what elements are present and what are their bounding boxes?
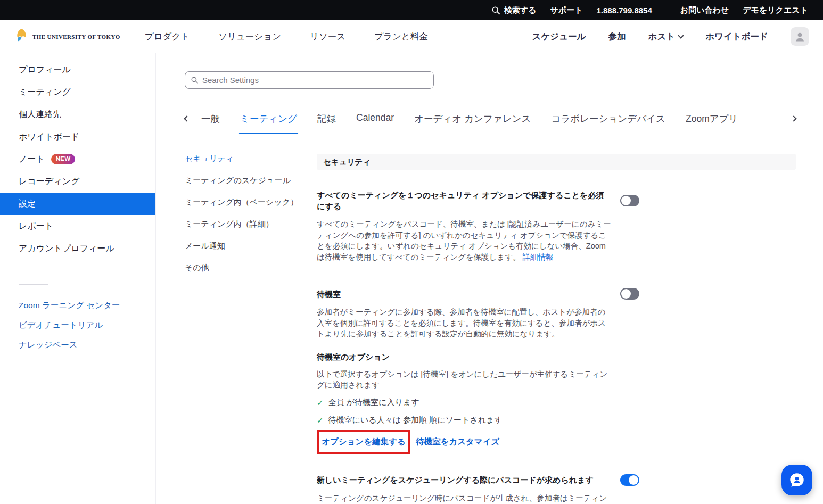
toggle-require-passcode[interactable] <box>620 474 639 486</box>
subnav-item-in-meeting-basic[interactable]: ミーティング内（ベーシック） <box>185 197 317 208</box>
chevron-down-icon <box>678 32 684 38</box>
waiting-room-links: オプションを編集する 待機室をカスタマイズ <box>317 430 796 454</box>
sidebar-item-recordings[interactable]: レコーディング <box>0 170 155 193</box>
sidebar-item-personal-contacts[interactable]: 個人連絡先 <box>0 103 155 126</box>
setting-title: 新しいミーティングをスケジューリングする際にパスコードが求められます <box>317 474 594 485</box>
toggle-knob <box>629 475 638 485</box>
support-chat-button[interactable] <box>781 465 812 495</box>
setting-row-require-passcode: 新しいミーティングをスケジューリングする際にパスコードが求められます ミーティン… <box>317 474 796 504</box>
settings-search-box[interactable] <box>185 71 434 89</box>
toggle-waiting-room[interactable] <box>620 288 639 300</box>
setting-description: 参加者がミーティングに参加する際、参加者を待機室に配置し、ホストが参加者の入室を… <box>317 307 613 340</box>
check-icon: ✓ <box>317 398 324 408</box>
setting-description: ミーティングのスケジューリング時にパスコードが生成され、参加者はミーティングに参… <box>317 493 613 504</box>
setting-row-waiting-room: 待機室 参加者がミーティングに参加する際、参加者を待機室に配置し、ホストが参加者… <box>317 288 796 454</box>
topbar-contact-link[interactable]: お問い合わせ <box>680 5 729 15</box>
setting-title: 待機室 <box>317 288 341 300</box>
tab-general[interactable]: 一般 <box>200 109 221 134</box>
topbar-support-link[interactable]: サポート <box>550 5 582 15</box>
utokyo-logo-text: THE UNIVERSITY OF TOKYO <box>32 34 120 40</box>
sidebar-item-account-profile[interactable]: アカウントプロフィール <box>0 237 155 260</box>
nav-item-host[interactable]: ホスト <box>648 31 684 43</box>
topbar-search[interactable]: 検索する <box>491 5 537 15</box>
topbar-divider <box>666 5 666 15</box>
utokyo-leaf-icon <box>15 28 28 45</box>
tabs-scroll-right-button[interactable] <box>789 109 796 134</box>
waiting-room-option-sort-order: ✓ 待機室にいる人々は 参加順 順にソートされます <box>317 415 796 426</box>
utokyo-logo[interactable]: THE UNIVERSITY OF TOKYO <box>15 28 120 45</box>
toggle-require-security-option[interactable] <box>620 195 639 206</box>
setting-title: すべてのミーティングを１つのセキュリティ オプションで保護することを必須にする <box>317 189 607 212</box>
nav-item-products[interactable]: プロダクト <box>145 31 190 43</box>
toggle-knob <box>621 289 631 299</box>
red-highlight-box: オプションを編集する <box>317 430 410 454</box>
tab-audio-conferencing[interactable]: オーディオ カンファレンス <box>413 109 532 134</box>
nav-item-solutions[interactable]: ソリューション <box>218 31 281 43</box>
tab-calendar[interactable]: Calendar <box>355 109 395 134</box>
profile-avatar[interactable] <box>791 27 809 46</box>
nav-item-join[interactable]: 参加 <box>608 31 626 43</box>
settings-column: セキュリティ すべてのミーティングを１つのセキュリティ オプションで保護すること… <box>317 154 796 504</box>
waiting-room-options-title: 待機室のオプション <box>317 352 796 362</box>
chat-person-icon <box>788 471 806 489</box>
search-icon <box>491 6 500 15</box>
nav-left-group: プロダクト ソリューション リソース プランと料金 <box>145 31 428 43</box>
toggle-knob <box>621 196 631 205</box>
sidebar-item-meetings[interactable]: ミーティング <box>0 81 155 103</box>
sidebar-link-learning-center[interactable]: Zoom ラーニング センター <box>0 295 155 315</box>
section-header-security: セキュリティ <box>317 154 796 170</box>
sidebar-item-reports[interactable]: レポート <box>0 215 155 237</box>
person-icon <box>794 30 806 43</box>
sidebar-divider <box>19 284 48 285</box>
new-badge: NEW <box>51 154 76 164</box>
subnav-item-other[interactable]: その他 <box>185 263 317 273</box>
sidebar-item-settings[interactable]: 設定 <box>0 193 155 215</box>
chevron-left-icon <box>184 115 190 121</box>
nav-item-schedule[interactable]: スケジュール <box>532 31 586 43</box>
nav-item-resources[interactable]: リソース <box>310 31 345 43</box>
nav-item-whiteboard[interactable]: ホワイトボード <box>705 31 768 43</box>
topbar-phone[interactable]: 1.888.799.8854 <box>597 6 652 15</box>
search-icon <box>191 76 199 84</box>
sidebar-item-notes[interactable]: ノート NEW <box>0 148 155 170</box>
edit-options-link[interactable]: オプションを編集する <box>322 436 406 448</box>
check-icon: ✓ <box>317 415 324 426</box>
tab-meeting[interactable]: ミーティング <box>239 109 298 134</box>
chevron-right-icon <box>791 115 796 121</box>
nav-item-host-label: ホスト <box>648 31 676 43</box>
tabs-scroll-left-button[interactable] <box>185 109 191 134</box>
main-navbar: THE UNIVERSITY OF TOKYO プロダクト ソリューション リソ… <box>0 20 823 53</box>
settings-tabs: 一般 ミーティング 記録 Calendar オーディオ カンファレンス コラボレ… <box>185 109 796 134</box>
setting-row-require-security-option: すべてのミーティングを１つのセキュリティ オプションで保護することを必須にする … <box>317 189 796 262</box>
subnav-item-email-notification[interactable]: メール通知 <box>185 241 317 251</box>
topbar-request-demo-link[interactable]: デモをリクエスト <box>743 5 808 15</box>
page-layout: プロフィール ミーティング 個人連絡先 ホワイトボード ノート NEW レコーデ… <box>0 53 823 504</box>
search-input[interactable] <box>202 76 428 85</box>
learn-more-link[interactable]: 詳細情報 <box>523 253 554 261</box>
sidebar-item-whiteboard[interactable]: ホワイトボード <box>0 126 155 148</box>
tab-recording[interactable]: 記録 <box>316 109 337 134</box>
topbar-search-label: 検索する <box>504 5 537 15</box>
subnav-item-security[interactable]: セキュリティ <box>185 154 317 164</box>
subnav-item-in-meeting-advanced[interactable]: ミーティング内（詳細） <box>185 219 317 229</box>
tab-collaboration-devices[interactable]: コラボレーションデバイス <box>550 109 666 134</box>
sidebar: プロフィール ミーティング 個人連絡先 ホワイトボード ノート NEW レコーデ… <box>0 53 156 504</box>
subnav-item-schedule-meeting[interactable]: ミーティングのスケジュール <box>185 176 317 186</box>
settings-content: 一般 ミーティング 記録 Calendar オーディオ カンファレンス コラボレ… <box>156 53 823 504</box>
sidebar-link-knowledge-base[interactable]: ナレッジベース <box>0 335 155 354</box>
sidebar-link-video-tutorials[interactable]: ビデオチュートリアル <box>0 315 155 335</box>
customize-waiting-room-link[interactable]: 待機室をカスタマイズ <box>416 436 500 448</box>
sidebar-item-profile[interactable]: プロフィール <box>0 59 155 81</box>
top-utility-bar: 検索する サポート 1.888.799.8854 お問い合わせ デモをリクエスト <box>0 0 823 20</box>
settings-body: セキュリティ ミーティングのスケジュール ミーティング内（ベーシック） ミーティ… <box>185 154 823 504</box>
waiting-room-option-everyone: ✓ 全員 が待機室に入ります <box>317 398 796 408</box>
nav-right-group: スケジュール 参加 ホスト ホワイトボード <box>532 27 809 46</box>
tab-zoom-apps[interactable]: Zoomアプリ <box>685 109 739 134</box>
nav-item-plans-pricing[interactable]: プランと料金 <box>374 31 428 43</box>
setting-description: すべてのミーティングをパスコード、待機室、または [認証済みユーザーにのみミーテ… <box>317 219 613 262</box>
zoom-settings-page: 検索する サポート 1.888.799.8854 お問い合わせ デモをリクエスト… <box>0 0 823 504</box>
settings-subnav: セキュリティ ミーティングのスケジュール ミーティング内（ベーシック） ミーティ… <box>185 154 317 504</box>
waiting-room-options-description: 以下で選択するオプションは [待機室] をオンにしたユーザーが主催するミーティン… <box>317 369 613 391</box>
